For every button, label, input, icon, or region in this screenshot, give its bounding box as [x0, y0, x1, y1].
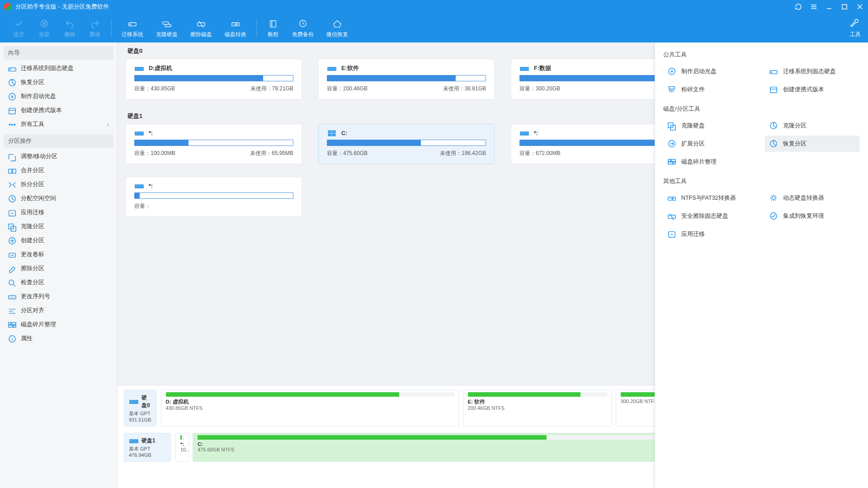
panel-item-clone[interactable]: 克隆硬盘 — [663, 117, 759, 134]
sidebar-item-split[interactable]: 拆分分区 — [4, 178, 113, 192]
svg-rect-49 — [136, 185, 137, 186]
box-icon — [769, 85, 778, 94]
box-icon — [8, 107, 16, 114]
panel-item-integ[interactable]: 集成到恢复环境 — [765, 208, 860, 224]
sidebar-item-dots[interactable]: 所有工具› — [4, 117, 113, 131]
disk-info[interactable]: 硬盘0基本 GPT931.51GB — [124, 390, 156, 427]
partition-name: *: — [534, 130, 538, 136]
svg-rect-8 — [270, 20, 276, 27]
sidebar-item-serial[interactable]: 更改序列号 — [4, 290, 113, 304]
drive-icon — [327, 65, 337, 72]
toolbar-book[interactable]: 教程 — [260, 18, 286, 38]
panel-item-defrag[interactable]: 磁盘碎片整理 — [663, 154, 759, 170]
sidebar-item-drive[interactable]: 迁移系统到固态硬盘 — [4, 61, 113, 75]
toolbar-drive2[interactable]: 克隆硬盘 — [150, 18, 184, 38]
toolbar-drive[interactable]: 迁移系统 — [115, 18, 150, 38]
eraser-icon — [8, 265, 16, 272]
svg-rect-43 — [332, 131, 335, 133]
sidebar-item-create[interactable]: 创建分区 — [4, 234, 113, 248]
sidebar-item-align[interactable]: 分区对齐 — [4, 304, 113, 318]
svg-rect-51 — [130, 401, 132, 402]
sidebar-item-pie[interactable]: 恢复分区 — [4, 75, 113, 89]
book-icon — [267, 18, 279, 29]
usage-bar — [134, 192, 293, 199]
svg-rect-35 — [136, 68, 137, 69]
partition-card[interactable]: C:容量：475.60GB未使用：196.42GB — [318, 124, 495, 164]
disk-map-partition[interactable]: E: 软件200.46GB NTFS — [463, 390, 612, 427]
sidebar-item-info[interactable]: 属性 — [4, 332, 113, 346]
partition-card[interactable]: *:容量： — [126, 177, 302, 217]
svg-rect-67 — [668, 162, 672, 164]
merge-icon — [8, 167, 16, 174]
sidebar-item-defrag[interactable]: 磁盘碎片整理 — [4, 318, 113, 332]
usage-bar — [134, 75, 293, 81]
sidebar-item-box[interactable]: 创建便携式版本 — [4, 103, 113, 117]
info-icon — [8, 335, 16, 343]
panel-item-box[interactable]: 创建便携式版本 — [765, 81, 860, 98]
svg-point-17 — [12, 124, 13, 125]
sidebar-item-resize[interactable]: 调整/移动分区 — [4, 150, 113, 164]
partition-card[interactable]: E:软件容量：200.46GB未使用：38.81GB — [318, 59, 495, 99]
panel-item-shred[interactable]: 粉碎文件 — [663, 81, 759, 98]
tools-button[interactable]: 工具 — [849, 18, 862, 38]
svg-point-13 — [9, 93, 15, 99]
svg-rect-42 — [328, 131, 331, 133]
integ-icon — [769, 211, 778, 221]
sidebar-section-wizard: 向导 — [4, 46, 113, 60]
sidebar-item-app[interactable]: 应用迁移 — [4, 206, 113, 220]
sidebar-item-search[interactable]: 检查分区 — [4, 276, 113, 290]
drive-icon — [126, 18, 139, 29]
partition-card[interactable]: D:虚拟机容量：430.85GB未使用：79.21GB — [126, 59, 302, 99]
svg-rect-65 — [668, 160, 670, 162]
convert-icon — [667, 193, 677, 202]
panel-item-gear[interactable]: 动态硬盘转换器 — [765, 190, 860, 206]
sidebar-item-eraser[interactable]: 擦除分区 — [4, 262, 113, 276]
disk-map-partition[interactable]: *:10... — [175, 433, 189, 462]
minimize-icon[interactable] — [825, 2, 834, 11]
panel-item-disc[interactable]: 制作启动光盘 — [663, 63, 759, 80]
partition-card[interactable]: *:容量：100.00MB未使用：65.95MB — [126, 124, 302, 164]
panel-item-drive[interactable]: 迁移系统到固态硬盘 — [765, 63, 860, 80]
drive-icon — [8, 65, 16, 72]
backup-icon — [297, 18, 309, 29]
sidebar-item-clone[interactable]: 克隆分区 — [4, 220, 113, 234]
sidebar-item-clock[interactable]: 分配空闲空间 — [4, 192, 113, 206]
panel-item-erase[interactable]: 安全擦除固态硬盘 — [663, 208, 759, 224]
toolbar-erase[interactable]: 擦除磁盘 — [184, 18, 218, 38]
toolbar-wechat[interactable]: 微信恢复 — [320, 18, 354, 38]
chevron-right-icon: › — [107, 122, 109, 128]
partition-name: D:虚拟机 — [149, 65, 172, 72]
menu-icon[interactable] — [809, 2, 818, 11]
panel-item-app[interactable]: 应用迁移 — [663, 226, 759, 242]
panel-item-extend[interactable]: 扩展分区 — [663, 136, 759, 152]
drive-icon — [134, 130, 144, 137]
svg-rect-32 — [14, 325, 16, 327]
app-icon — [667, 230, 677, 239]
toolbar-convert[interactable]: 磁盘转换 — [218, 18, 253, 38]
svg-rect-68 — [673, 162, 675, 164]
maximize-icon[interactable] — [840, 2, 849, 11]
panel-item-pie[interactable]: 恢复分区 — [765, 136, 860, 152]
close-icon[interactable] — [855, 2, 864, 11]
capacity-label: 容量：672.00MB — [519, 150, 561, 157]
panel-section-public: 公共工具 — [663, 48, 860, 63]
disk-info[interactable]: 硬盘1基本 GPT476.94GB — [124, 433, 171, 462]
panel-item-convert[interactable]: NTFS与FAT32转换器 — [663, 190, 759, 206]
disk-map-partition[interactable]: D: 虚拟机430.85GB NTFS — [161, 390, 459, 427]
svg-point-14 — [11, 96, 13, 98]
svg-point-11 — [10, 69, 11, 70]
undo-icon — [63, 18, 76, 29]
sidebar-item-merge[interactable]: 合并分区 — [4, 164, 113, 178]
toolbar-backup[interactable]: 免费备份 — [286, 18, 320, 38]
sidebar-item-disc[interactable]: 制作启动光盘 — [4, 89, 113, 103]
svg-rect-59 — [770, 87, 776, 93]
capacity-label: 容量：430.85GB — [134, 85, 175, 93]
clone-icon — [8, 223, 16, 230]
panel-item-pie[interactable]: 克隆分区 — [765, 117, 860, 134]
refresh-icon[interactable] — [794, 2, 803, 11]
capacity-label: 容量：300.20GB — [519, 85, 560, 93]
sidebar-item-label[interactable]: 更改卷标 — [4, 248, 113, 262]
svg-rect-20 — [13, 169, 16, 173]
serial-icon — [8, 293, 16, 300]
partition-name: C: — [341, 130, 347, 136]
